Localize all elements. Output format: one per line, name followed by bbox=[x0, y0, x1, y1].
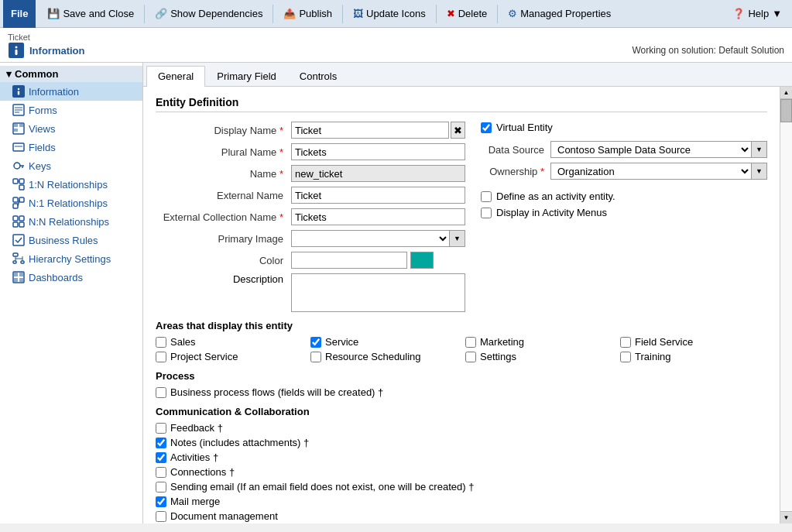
tab-primary-field[interactable]: Primary Field bbox=[205, 66, 288, 86]
display-activity-checkbox[interactable] bbox=[481, 208, 492, 218]
publish-icon: 📤 bbox=[283, 8, 296, 19]
display-name-clear-button[interactable]: ✖ bbox=[451, 122, 465, 139]
data-source-select-group: Contoso Sample Data Source ▼ bbox=[550, 141, 767, 158]
data-source-select[interactable]: Contoso Sample Data Source bbox=[550, 141, 752, 158]
sidebar-item-views[interactable]: Views bbox=[0, 119, 142, 138]
area-sales-checkbox[interactable] bbox=[156, 337, 166, 348]
external-collection-name-input[interactable] bbox=[291, 208, 465, 225]
comm-document-management: Document management bbox=[156, 510, 767, 522]
scroll-up-button[interactable]: ▲ bbox=[780, 87, 792, 99]
sidebar-item-dashboards[interactable]: Dashboards bbox=[0, 268, 142, 287]
area-marketing-label: Marketing bbox=[480, 336, 524, 348]
areas-section: Areas that display this entity Sales Ser… bbox=[156, 320, 767, 362]
svg-rect-29 bbox=[19, 216, 24, 221]
help-icon: ❓ bbox=[732, 8, 745, 19]
save-close-button[interactable]: 💾 Save and Close bbox=[40, 2, 141, 26]
forms-icon bbox=[12, 104, 25, 116]
rules-icon bbox=[12, 234, 25, 246]
svg-rect-19 bbox=[13, 179, 18, 184]
external-collection-name-row: External Collection Name * bbox=[156, 208, 465, 225]
comm-connections-checkbox[interactable] bbox=[156, 467, 166, 478]
breadcrumb: Ticket bbox=[8, 33, 85, 42]
comm-mail-merge-checkbox[interactable] bbox=[156, 496, 166, 507]
area-project-service-label: Project Service bbox=[170, 351, 238, 362]
communication-section: Communication & Collaboration Feedback †… bbox=[156, 406, 767, 522]
external-name-label: External Name bbox=[156, 190, 291, 201]
external-collection-name-label: External Collection Name * bbox=[156, 211, 291, 223]
main-layout: ▾ Common Information Forms Views Field bbox=[0, 63, 792, 523]
area-project-service: Project Service bbox=[156, 351, 303, 362]
area-field-service-checkbox[interactable] bbox=[620, 337, 631, 348]
area-training-checkbox[interactable] bbox=[620, 352, 631, 362]
dashboard-icon bbox=[12, 271, 25, 283]
comm-feedback-checkbox[interactable] bbox=[156, 423, 166, 434]
process-bpf-checkbox[interactable] bbox=[156, 387, 166, 398]
sidebar-item-keys[interactable]: Keys bbox=[0, 156, 142, 175]
define-activity-checkbox[interactable] bbox=[481, 191, 492, 202]
description-textarea[interactable] bbox=[291, 273, 465, 312]
comm-feedback-label: Feedback † bbox=[170, 422, 223, 434]
svg-rect-31 bbox=[13, 235, 24, 245]
sidebar-item-n1-relationships[interactable]: N:1 Relationships bbox=[0, 194, 142, 212]
comm-sending-email-checkbox[interactable] bbox=[156, 482, 166, 493]
managed-properties-icon: ⚙ bbox=[508, 8, 517, 19]
svg-rect-23 bbox=[13, 197, 18, 202]
publish-button[interactable]: 📤 Publish bbox=[276, 2, 339, 26]
area-service-checkbox[interactable] bbox=[310, 337, 321, 348]
name-input[interactable] bbox=[291, 165, 465, 182]
plural-name-label: Plural Name * bbox=[156, 146, 291, 158]
sidebar-item-forms[interactable]: Forms bbox=[0, 101, 142, 119]
color-swatch[interactable] bbox=[410, 252, 434, 269]
sidebar-section-common[interactable]: ▾ Common bbox=[0, 66, 142, 82]
area-sales: Sales bbox=[156, 336, 303, 348]
comm-notes-checkbox[interactable] bbox=[156, 438, 166, 448]
separator-3 bbox=[342, 5, 343, 23]
external-name-input[interactable] bbox=[291, 187, 465, 204]
svg-rect-27 bbox=[13, 216, 18, 221]
comm-activities-checkbox[interactable] bbox=[156, 452, 166, 463]
relationships-n1-icon bbox=[12, 197, 25, 209]
virtual-entity-checkbox[interactable] bbox=[481, 122, 492, 133]
delete-icon: ✖ bbox=[447, 8, 455, 19]
sidebar-item-label-fields: Fields bbox=[29, 142, 56, 153]
form-content: Entity Definition Display Name * ✖ bbox=[143, 87, 780, 523]
file-button[interactable]: File bbox=[3, 0, 36, 28]
external-collection-name-input-group bbox=[291, 208, 465, 225]
color-input[interactable] bbox=[291, 252, 407, 269]
scroll-thumb[interactable] bbox=[780, 99, 792, 122]
ownership-select[interactable]: Organization bbox=[550, 163, 752, 180]
sidebar-item-hierarchy-settings[interactable]: Hierarchy Settings bbox=[0, 249, 142, 268]
sidebar-item-information[interactable]: Information bbox=[0, 82, 142, 101]
define-activity-label: Define as an activity entity. bbox=[496, 190, 615, 202]
ownership-select-group: Organization ▼ bbox=[550, 163, 767, 180]
primary-image-select[interactable] bbox=[291, 230, 450, 247]
plural-name-input[interactable] bbox=[291, 143, 465, 160]
entity-right-column: Virtual Entity Data Source Contoso Sampl… bbox=[481, 122, 767, 320]
sidebar-item-business-rules[interactable]: Business Rules bbox=[0, 231, 142, 249]
sidebar-item-fields[interactable]: Fields bbox=[0, 138, 142, 156]
area-marketing-checkbox[interactable] bbox=[465, 337, 476, 348]
ownership-label: Ownership * bbox=[481, 166, 550, 177]
show-dependencies-button[interactable]: 🔗 Show Dependencies bbox=[148, 2, 269, 26]
comm-document-management-label: Document management bbox=[170, 510, 278, 522]
tab-general[interactable]: General bbox=[146, 66, 205, 87]
comm-document-management-checkbox[interactable] bbox=[156, 511, 166, 522]
tab-controls[interactable]: Controls bbox=[288, 66, 348, 86]
comm-sending-email-label: Sending email (If an email field does no… bbox=[170, 481, 474, 493]
data-source-row: Data Source Contoso Sample Data Source ▼ bbox=[481, 141, 767, 158]
svg-point-1 bbox=[15, 46, 18, 49]
keys-icon bbox=[12, 160, 25, 172]
managed-properties-button[interactable]: ⚙ Managed Properties bbox=[501, 2, 618, 26]
area-resource-scheduling-checkbox[interactable] bbox=[310, 352, 321, 362]
sidebar-item-1n-relationships[interactable]: 1:N Relationships bbox=[0, 175, 142, 194]
update-icons-button[interactable]: 🖼 Update Icons bbox=[346, 2, 433, 26]
area-settings-checkbox[interactable] bbox=[465, 352, 476, 362]
separator-1 bbox=[144, 5, 145, 23]
help-button[interactable]: ❓ Help ▼ bbox=[725, 2, 789, 26]
sidebar-item-nn-relationships[interactable]: N:N Relationships bbox=[0, 212, 142, 231]
scroll-down-button[interactable]: ▼ bbox=[780, 511, 792, 523]
area-project-service-checkbox[interactable] bbox=[156, 352, 166, 362]
display-name-input[interactable] bbox=[291, 122, 449, 139]
process-section: Process Business process flows (fields w… bbox=[156, 370, 767, 398]
delete-button[interactable]: ✖ Delete bbox=[440, 2, 495, 26]
